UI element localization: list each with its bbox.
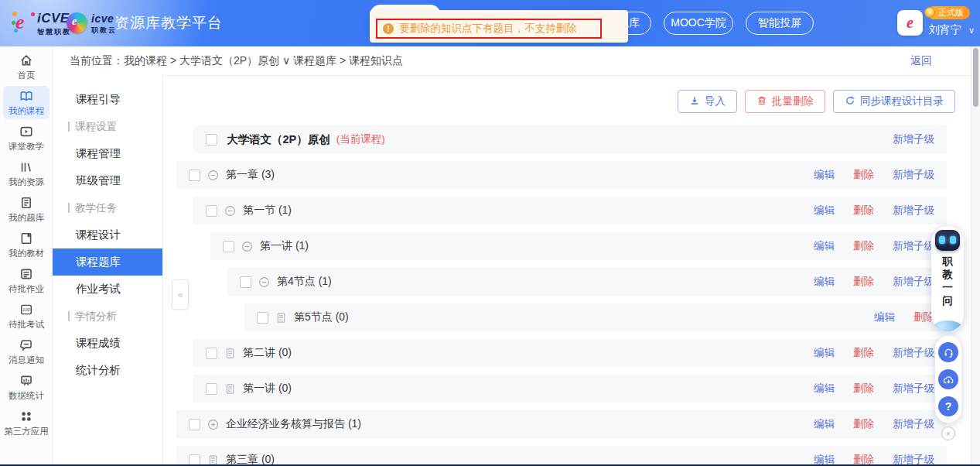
edit-link[interactable]: 编辑	[874, 310, 895, 324]
user-avatar[interactable]: e	[897, 10, 923, 36]
tree-row-title: 第三章 (0)	[226, 453, 275, 466]
sidebar-item-bank[interactable]: 我的题库	[0, 193, 53, 228]
tree-row: 第一讲 (0) 编辑删除新增子级	[193, 375, 947, 403]
row-checkbox[interactable]	[189, 419, 200, 430]
edit-link[interactable]: 编辑	[814, 417, 835, 431]
download-center-button[interactable]	[938, 369, 958, 389]
textbook-icon	[19, 231, 33, 245]
node-toggle-icon[interactable]	[207, 419, 219, 430]
edit-link[interactable]: 编辑	[814, 204, 835, 218]
menu-item-link[interactable]: 作业考试	[53, 276, 162, 303]
headset-icon	[943, 347, 954, 358]
back-button[interactable]: 返回	[907, 54, 932, 68]
delete-link[interactable]: 删除	[853, 417, 874, 431]
row-actions: 编辑删除新增子级	[795, 275, 934, 289]
floating-toolbar: ?	[935, 336, 961, 423]
sidebar-item-stats[interactable]: 数据统计	[0, 371, 53, 406]
video-icon-slot	[19, 125, 34, 139]
zhijiaoyun-brand-sub: 职教云	[91, 27, 117, 34]
add-child-link[interactable]: 新增子级	[893, 132, 934, 146]
edit-link[interactable]: 编辑	[814, 453, 835, 466]
nav-pill-mooc[interactable]: MOOC学院	[664, 12, 733, 35]
menu-item-link[interactable]: 课程管理	[53, 140, 162, 167]
delete-link[interactable]: 删除	[853, 275, 874, 289]
add-child-link[interactable]: 新增子级	[893, 417, 934, 431]
edit-link[interactable]: 编辑	[814, 168, 835, 182]
open-book-icon	[19, 89, 33, 103]
tree-row: 第4节点 (1) 编辑删除新增子级	[227, 268, 947, 296]
row-checkbox[interactable]	[206, 348, 217, 359]
homework-icon-slot	[19, 267, 34, 282]
sidebar-item-exam[interactable]: 100 待批考试	[0, 300, 53, 334]
delete-link[interactable]: 删除	[853, 346, 874, 360]
sync-course-design-button[interactable]: 同步课程设计目录	[833, 90, 955, 113]
node-toggle-icon[interactable]	[241, 241, 253, 252]
app-window: e iCVE 智慧职教 icve 职教云 资源库教学平台 资源库 MOOC学院 …	[0, 0, 980, 466]
node-toggle-icon[interactable]	[224, 205, 236, 217]
platform-title: 资源库教学平台	[114, 13, 223, 33]
row-checkbox[interactable]	[223, 241, 234, 252]
menu-item-link[interactable]: 班级管理	[53, 167, 162, 194]
sidebar-item-label: 我的资源	[9, 176, 44, 188]
help-button[interactable]: ?	[938, 396, 958, 416]
menu-item-link[interactable]: 统计分析	[53, 357, 162, 384]
video-play-icon	[19, 125, 33, 139]
back-button-label: 返回	[910, 54, 932, 68]
delete-link[interactable]: 删除	[853, 382, 874, 396]
scrollbar-thumb[interactable]	[973, 48, 978, 107]
batch-delete-button[interactable]: 批量删除	[745, 90, 825, 113]
sidebar-item-textbook[interactable]: 我的教材	[0, 228, 53, 263]
user-menu[interactable]: 刘宵宁 ∨	[929, 23, 975, 37]
sidebar-item-message[interactable]: 消息通知	[0, 335, 53, 370]
grid-icon-slot	[19, 409, 34, 424]
add-child-link[interactable]: 新增子级	[893, 168, 934, 182]
delete-link[interactable]: 删除	[853, 239, 874, 253]
row-checkbox[interactable]	[206, 205, 217, 217]
sidebar-item-home[interactable]: 首页	[0, 50, 53, 85]
menu-item-active[interactable]: 课程题库	[53, 248, 162, 276]
assistant-widget[interactable]: 职教一问	[931, 226, 964, 331]
sidebar-item-label: 首页	[18, 70, 36, 81]
row-checkbox[interactable]	[189, 454, 200, 466]
edit-link[interactable]: 编辑	[814, 275, 835, 289]
row-checkbox[interactable]	[240, 276, 251, 288]
node-toggle-icon[interactable]	[207, 170, 219, 181]
add-child-link[interactable]: 新增子级	[893, 204, 934, 218]
row-checkbox[interactable]	[189, 170, 200, 181]
menu-item-link[interactable]: 课程成绩	[53, 330, 162, 357]
row-checkbox[interactable]	[257, 312, 268, 324]
add-child-link[interactable]: 新增子级	[893, 275, 934, 289]
menu-item-link[interactable]: 课程引导	[53, 86, 162, 113]
close-floating-button[interactable]: ×	[941, 427, 955, 440]
delete-link[interactable]: 删除	[853, 204, 874, 218]
menu-item-link[interactable]: 课程设计	[53, 221, 162, 248]
node-toggle-icon[interactable]	[258, 276, 270, 288]
sidebar-item-label: 我的题库	[9, 212, 44, 224]
add-child-link[interactable]: 新增子级	[893, 239, 934, 253]
toolbar: 导入 批量删除 同步课程设计目录	[678, 90, 955, 113]
delete-link[interactable]: 删除	[853, 453, 874, 466]
nav-pill-smart-cast[interactable]: 智能投屏	[746, 12, 814, 35]
edit-link[interactable]: 编辑	[814, 346, 835, 360]
sidebar-item-video[interactable]: 课堂教学	[0, 122, 53, 156]
delete-link[interactable]: 删除	[853, 168, 874, 182]
row-checkbox[interactable]	[206, 134, 217, 146]
medal-icon	[924, 7, 935, 18]
tree-row: 第一章 (3) 编辑删除新增子级	[176, 161, 947, 189]
app-sidebar: 首页 我的课程 课堂教学 我的资源 我的题库 我的教材 待批作业	[0, 46, 53, 466]
edition-badge: 正式版	[927, 6, 970, 19]
sidebar-item-course[interactable]: 我的课程	[0, 86, 53, 121]
import-button[interactable]: 导入	[678, 90, 737, 113]
sidebar-collapse-handle[interactable]: «	[172, 279, 189, 310]
sidebar-item-books[interactable]: 我的资源	[0, 157, 53, 192]
sidebar-item-homework[interactable]: 待批作业	[0, 264, 53, 299]
add-child-link[interactable]: 新增子级	[893, 382, 934, 396]
svg-text:100: 100	[22, 307, 30, 312]
edit-link[interactable]: 编辑	[814, 382, 835, 396]
edit-link[interactable]: 编辑	[814, 239, 835, 253]
sidebar-item-grid[interactable]: 第三方应用	[0, 406, 53, 441]
add-child-link[interactable]: 新增子级	[893, 453, 934, 466]
customer-service-button[interactable]	[938, 342, 958, 362]
row-checkbox[interactable]	[206, 383, 217, 395]
add-child-link[interactable]: 新增子级	[893, 346, 934, 360]
